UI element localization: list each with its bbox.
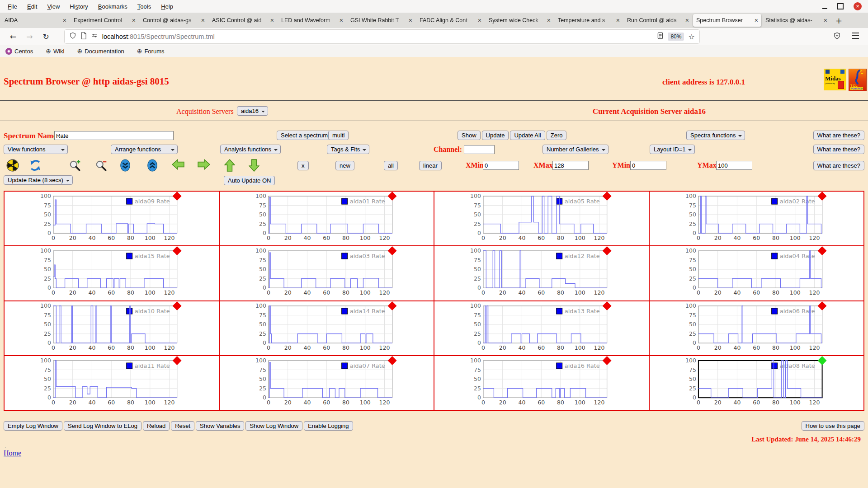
ymax-input[interactable] [716,161,752,170]
browser-tab[interactable]: GSI White Rabbit T× [347,14,415,27]
spectra-functions-select[interactable]: Spectra functions [686,131,745,140]
send-log-window-to-elog-button[interactable]: Send Log Window to ELog [64,421,142,431]
browser-tab[interactable]: Experiment Control× [71,14,139,27]
arrow-up-icon[interactable] [224,159,237,172]
browser-tab[interactable]: System wide Check× [486,14,554,27]
update-button[interactable]: Update [482,131,509,140]
chart-cell[interactable]: aida15 Rate0204060801001200255075100 [4,246,219,300]
view-functions-select[interactable]: View functions [4,145,68,154]
scroll-down-icon[interactable] [119,159,132,172]
chart-cell[interactable]: aida06 Rate0204060801001200255075100 [649,301,864,356]
pocket-shield-icon[interactable] [833,32,841,42]
minimize-button[interactable] [822,4,827,9]
zoom-out-icon[interactable] [95,159,108,172]
xmin-input[interactable] [483,161,519,170]
browser-tab[interactable]: ASIC Control @ aid× [209,14,277,27]
tab-close-icon[interactable]: × [132,17,136,24]
chart-cell[interactable]: aida10 Rate0204060801001200255075100 [4,301,219,356]
tab-close-icon[interactable]: × [63,17,66,24]
browser-tab[interactable]: Statistics @ aidas-× [762,14,830,27]
tags-fits-select[interactable]: Tags & Fits [327,145,369,154]
tab-close-icon[interactable]: × [685,17,689,24]
bookmark-item[interactable]: Centos [5,48,33,55]
what-are-these-button-3[interactable]: What are these? [813,161,864,170]
new-tab-button[interactable]: + [831,16,847,25]
chart-cell[interactable]: aida11 Rate0204060801001200255075100 [4,356,219,410]
browser-tab[interactable]: FADC Align & Cont× [416,14,485,27]
chart-cell[interactable]: aida08 Rate0204060801001200255075100 [649,356,864,410]
midas-logo[interactable]: Midas powered by [824,69,846,90]
zoom-in-icon[interactable] [69,159,81,172]
how-to-use-button[interactable]: How to use this page [802,421,864,431]
tab-close-icon[interactable]: × [478,17,481,24]
refresh-icon[interactable] [29,159,42,172]
browser-tab[interactable]: AIDA× [1,14,70,27]
multi-button[interactable]: multi [328,131,349,140]
hamburger-menu-icon[interactable] [852,33,859,41]
tab-close-icon[interactable]: × [755,17,758,24]
channel-input[interactable] [464,145,495,154]
chart-cell[interactable]: aida16 Rate0204060801001200255075100 [434,356,649,410]
tab-close-icon[interactable]: × [547,17,551,24]
scroll-up-icon[interactable] [146,159,159,172]
menu-item[interactable]: Edit [23,2,41,11]
what-are-these-button-1[interactable]: What are these? [813,131,864,140]
arrange-functions-select[interactable]: Arrange functions [111,145,178,154]
auto-update-button[interactable]: Auto Update ON [224,176,275,185]
update-rate-select[interactable]: Update Rate (8 secs) [4,175,73,185]
chart-cell[interactable]: aida04 Rate0204060801001200255075100 [649,246,864,300]
menu-item[interactable]: View [43,2,64,11]
browser-tab[interactable]: LED and Waveform× [278,14,346,27]
ymin-input[interactable] [630,161,666,170]
show-button[interactable]: Show [458,131,481,140]
url-text[interactable]: localhost:8015/Spectrum/Spectrum.tml [102,33,653,40]
update-all-button[interactable]: Update All [510,131,545,140]
home-link[interactable]: Home [4,449,21,457]
what-are-these-button-2[interactable]: What are these? [813,145,864,154]
permissions-icon[interactable] [91,32,98,41]
chart-cell[interactable]: aida01 Rate0204060801001200255075100 [219,191,434,246]
chart-cell[interactable]: aida09 Rate0204060801001200255075100 [4,191,219,246]
x-button[interactable]: x [297,161,309,170]
browser-tab[interactable]: Control @ aidas-gs× [140,14,208,27]
show-variables-button[interactable]: Show Variables [196,421,244,431]
tab-close-icon[interactable]: × [409,17,412,24]
analysis-functions-select[interactable]: Analysis functions [220,145,281,154]
menu-item[interactable]: File [4,2,21,11]
browser-tab[interactable]: Run Control @ aida× [624,14,692,27]
browser-tab[interactable]: Spectrum Browser× [693,14,761,27]
layout-id-select[interactable]: Layout ID=1 [650,145,695,154]
page-info-icon[interactable] [80,32,87,41]
chart-cell[interactable]: aida07 Rate0204060801001200255075100 [219,356,434,410]
tab-close-icon[interactable]: × [201,17,205,24]
tab-close-icon[interactable]: × [340,17,343,24]
linear-button[interactable]: linear [419,161,442,170]
enable-logging-button[interactable]: Enable Logging [304,421,353,431]
menu-item[interactable]: Bookmarks [94,2,132,11]
bookmark-item[interactable]: ⊕Documentation [77,48,124,55]
spectrum-name-input[interactable] [54,131,174,140]
url-bar[interactable]: localhost:8015/Spectrum/Spectrum.tml 80%… [65,30,699,43]
acquisition-server-select[interactable]: aida16 [237,106,268,116]
forward-icon[interactable]: → [26,32,33,41]
bookmark-star-icon[interactable]: ☆ [688,33,694,41]
bookmark-item[interactable]: ⊕Forums [137,48,165,55]
maximize-button[interactable] [837,3,844,9]
chart-cell[interactable]: aida12 Rate0204060801001200255075100 [434,246,649,300]
browser-tab[interactable]: Temperature and s× [555,14,623,27]
tab-close-icon[interactable]: × [270,17,274,24]
reader-mode-icon[interactable] [657,32,664,41]
reload-icon[interactable]: ↻ [43,32,49,41]
reset-button[interactable]: Reset [171,421,194,431]
tab-close-icon[interactable]: × [616,17,620,24]
empty-log-window-button[interactable]: Empty Log Window [4,421,62,431]
menu-item[interactable]: Help [157,2,177,11]
number-of-galleries-select[interactable]: Number of Galleries [542,145,609,154]
back-icon[interactable]: ← [10,32,16,41]
menu-item[interactable]: Tools [133,2,155,11]
close-button[interactable]: × [854,2,862,10]
new-button[interactable]: new [335,161,354,170]
show-log-window-button[interactable]: Show Log Window [245,421,302,431]
radiation-icon[interactable] [6,159,19,172]
chart-cell[interactable]: aida13 Rate0204060801001200255075100 [434,301,649,356]
